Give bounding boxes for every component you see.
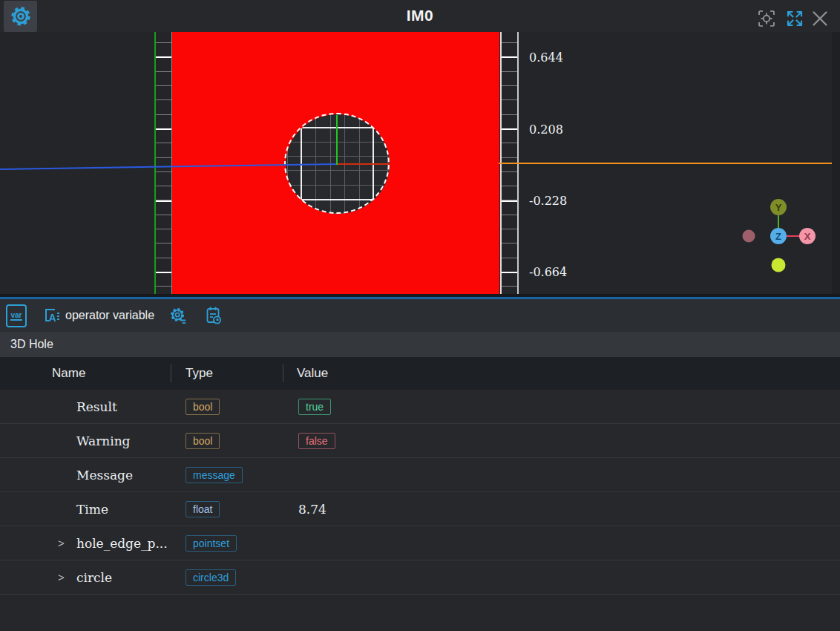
row-name: Result [76, 399, 117, 414]
value-badge: false [298, 433, 335, 449]
table-row-time[interactable]: Time float 8.74 [0, 492, 840, 526]
window-title: IM0 [0, 7, 840, 24]
axis-label: -0.664 [529, 265, 567, 279]
type-badge: bool [186, 399, 220, 415]
viewport-edge [832, 32, 840, 294]
type-badge: circle3d [186, 569, 236, 586]
gear-list-icon [169, 307, 187, 324]
clipboard-clock-icon [205, 306, 223, 325]
expand-button[interactable] [785, 9, 804, 28]
panel-title-bar: 3D Hole [0, 332, 840, 357]
fit-view-button[interactable] [757, 9, 776, 28]
svg-text:A: A [48, 312, 56, 324]
horizon-line-orange [499, 163, 840, 164]
left-ruler [154, 32, 172, 294]
axis-label: 0.208 [529, 122, 563, 137]
row-name: circle [76, 570, 112, 585]
panel-title: 3D Hole [10, 338, 53, 351]
y-axis-line-green [336, 115, 338, 165]
gizmo-axis-z[interactable]: Z [770, 228, 787, 244]
gizmo-axis-x[interactable]: X [799, 228, 816, 244]
column-separator [171, 364, 171, 382]
var-tool-button[interactable]: var [6, 304, 27, 327]
header-name: Name [0, 366, 186, 381]
variable-settings-button[interactable] [169, 307, 187, 324]
window: IM0 [0, 0, 840, 631]
type-badge: pointset [186, 535, 237, 552]
svg-text:X: X [804, 231, 811, 242]
row-name: hole_edge_p... [76, 536, 168, 551]
orientation-gizmo[interactable]: Y X Z [734, 192, 823, 273]
gizmo-axis-y[interactable]: Y [770, 199, 787, 215]
gizmo-axis-negy[interactable] [772, 258, 786, 272]
var-icon: var [10, 311, 22, 321]
svg-text:Y: Y [775, 202, 782, 213]
table-row-message[interactable]: Message message [0, 458, 840, 492]
table-header: Name Type Value [0, 357, 840, 390]
gizmo-axis-negx[interactable] [743, 230, 755, 243]
close-icon[interactable] [810, 9, 830, 28]
title-bar: IM0 [0, 0, 840, 32]
axis-line-red [338, 163, 390, 165]
table-row-result[interactable]: Result bool true [0, 390, 840, 424]
row-name: Message [76, 468, 133, 483]
column-separator [283, 364, 283, 382]
value-badge: true [298, 399, 331, 415]
svg-text:Z: Z [775, 231, 781, 242]
table-row-hole-edge-points[interactable]: > hole_edge_p... pointset [0, 526, 840, 560]
variables-toolbar: var A operator variable [0, 299, 840, 332]
axis-label: 0.644 [529, 50, 563, 65]
row-name: Time [76, 502, 108, 517]
header-type: Type [186, 366, 297, 381]
results-table: Result bool true Warning bool false Mess… [0, 390, 840, 631]
axis-label: -0.228 [529, 194, 567, 208]
chevron-right-icon[interactable]: > [58, 571, 76, 583]
operator-variable-icon: A [43, 307, 61, 324]
type-badge: message [186, 467, 243, 483]
table-row-warning[interactable]: Warning bool false [0, 424, 840, 458]
chevron-right-icon[interactable]: > [58, 537, 76, 549]
operator-variable-label: operator variable [65, 309, 154, 322]
table-row-circle[interactable]: > circle circle3d [0, 560, 840, 595]
history-button[interactable] [205, 306, 223, 325]
type-badge: bool [186, 433, 220, 449]
type-badge: float [186, 501, 220, 517]
value-text: 8.74 [298, 502, 327, 517]
operator-variable-button[interactable]: A operator variable [43, 307, 154, 324]
header-value: Value [297, 366, 840, 381]
row-name: Warning [76, 434, 130, 448]
